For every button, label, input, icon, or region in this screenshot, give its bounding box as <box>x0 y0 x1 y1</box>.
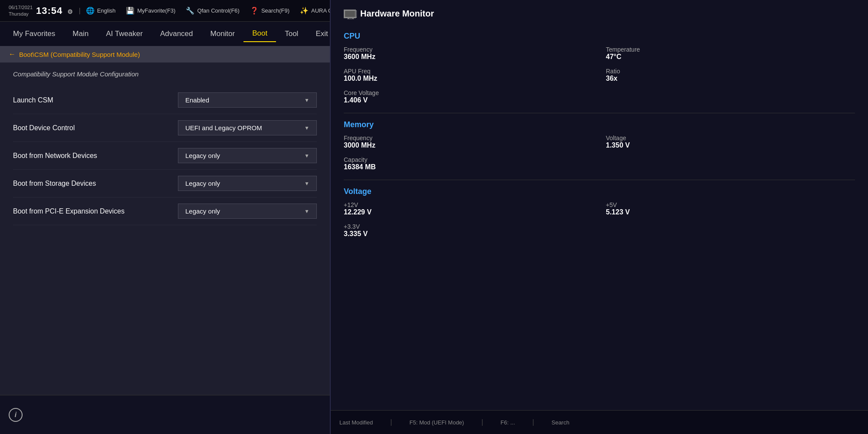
boot-storage-dropdown[interactable]: Legacy only ▼ <box>178 176 317 191</box>
top-bar-items: 🌐 English 💾 MyFavorite(F3) 🔧 Qfan Contro… <box>86 7 360 15</box>
boot-pcie-dropdown-arrow-icon: ▼ <box>304 208 309 214</box>
status-search: Search <box>552 419 569 426</box>
launch-csm-label: Launch CSM <box>13 96 53 104</box>
search-icon: ❓ <box>250 7 259 15</box>
launch-csm-dropdown[interactable]: Enabled ▼ <box>178 92 317 108</box>
hw-cpu-ratio-value: 36x <box>606 75 855 82</box>
boot-pcie-value: Legacy only <box>185 207 220 215</box>
qfan-control-button[interactable]: 🔧 Qfan Control(F6) <box>186 7 240 15</box>
boot-network-dropdown-arrow-icon: ▼ <box>304 153 309 159</box>
status-search-text: Search <box>552 419 569 426</box>
status-f5-text: F5: Mod (UEFI Mode) <box>409 419 464 426</box>
hw-voltage-12v-label: +12V <box>344 201 593 208</box>
day-text: Thursday <box>9 11 29 16</box>
qfan-label: Qfan Control(F6) <box>197 7 240 14</box>
hw-memory-section: Memory Frequency 3000 MHz Voltage 1.350 … <box>344 120 855 171</box>
bottom-info-bar: i <box>0 395 330 434</box>
hardware-monitor-panel: Hardware Monitor CPU Frequency 3600 MHz … <box>330 0 868 434</box>
info-icon: i <box>9 408 23 422</box>
hw-cpu-ratio-label: Ratio <box>606 68 855 75</box>
hw-voltage-33v-value: 3.335 V <box>344 230 593 238</box>
hw-memory-grid: Frequency 3000 MHz Voltage 1.350 V <box>344 135 855 153</box>
monitor-icon <box>344 10 356 18</box>
hw-memory-title: Memory <box>344 120 855 129</box>
hw-cpu-apu-freq-label: APU Freq <box>344 68 593 75</box>
bottom-status-bar: Last Modified | F5: Mod (UEFI Mode) | F6… <box>331 410 868 434</box>
hw-memory-voltage-label: Voltage <box>606 135 855 141</box>
nav-monitor[interactable]: Monitor <box>202 26 244 42</box>
hw-cpu-core-voltage-value: 1.406 V <box>344 96 855 104</box>
nav-main[interactable]: Main <box>64 26 97 42</box>
aura-icon: ✨ <box>300 7 309 15</box>
hw-divider-1 <box>344 113 855 113</box>
hw-memory-frequency-label: Frequency <box>344 135 593 141</box>
boot-storage-dropdown-arrow-icon: ▼ <box>304 181 309 187</box>
status-last-modified-text: Last Modified <box>339 419 373 426</box>
boot-pcie-label: Boot from PCI-E Expansion Devices <box>13 207 125 215</box>
hw-voltage-5v: +5V 5.123 V <box>606 201 855 216</box>
qfan-icon: 🔧 <box>186 7 194 15</box>
hw-cpu-frequency-label: Frequency <box>344 46 593 53</box>
hw-cpu-apu-freq: APU Freq 100.0 MHz <box>344 68 593 82</box>
hw-voltage-12v-value: 12.229 V <box>344 208 593 216</box>
breadcrumb-arrow-icon: ← <box>9 50 16 58</box>
section-title: Compatibility Support Module Configurati… <box>0 62 330 82</box>
hw-cpu-core-voltage-label: Core Voltage <box>344 89 855 96</box>
hw-voltage-grid: +12V 12.229 V +5V 5.123 V +3.3V 3.335 V <box>344 201 855 241</box>
status-f5-mode: F5: Mod (UEFI Mode) <box>409 419 464 426</box>
hw-memory-capacity-label: Capacity <box>344 156 855 163</box>
breadcrumb[interactable]: ← Boot\CSM (Compatibility Support Module… <box>0 46 330 62</box>
nav-advanced[interactable]: Advanced <box>151 26 202 42</box>
language-label: English <box>97 7 116 14</box>
hw-voltage-33v: +3.3V 3.335 V <box>344 223 593 238</box>
hw-memory-voltage-value: 1.350 V <box>606 141 855 149</box>
time-text: 13:54 <box>36 5 62 16</box>
hw-monitor-title-text: Hardware Monitor <box>360 9 434 19</box>
hw-cpu-temperature-label: Temperature <box>606 46 855 53</box>
status-last-modified: Last Modified <box>339 419 373 426</box>
date-text: 06/17/2021 <box>9 5 33 10</box>
hw-cpu-title: CPU <box>344 32 855 41</box>
boot-device-control-label: Boot Device Control <box>13 124 75 132</box>
boot-pcie-dropdown[interactable]: Legacy only ▼ <box>178 204 317 219</box>
favorite-icon: 💾 <box>126 7 135 15</box>
hw-memory-voltage: Voltage 1.350 V <box>606 135 855 149</box>
hw-cpu-section: CPU Frequency 3600 MHz Temperature 47°C … <box>344 32 855 104</box>
time-display: 13:54 ⚙ <box>36 5 73 16</box>
search-label: Search(F9) <box>261 7 289 14</box>
nav-boot[interactable]: Boot <box>243 26 276 42</box>
settings-gear-icon[interactable]: ⚙ <box>67 8 73 15</box>
boot-network-dropdown[interactable]: Legacy only ▼ <box>178 148 317 163</box>
hw-cpu-apu-freq-value: 100.0 MHz <box>344 75 593 82</box>
status-f6-text: F6: ... <box>500 419 515 426</box>
hw-memory-frequency-value: 3000 MHz <box>344 141 593 149</box>
setting-row-boot-storage: Boot from Storage Devices Legacy only ▼ <box>13 170 317 197</box>
setting-row-boot-pcie: Boot from PCI-E Expansion Devices Legacy… <box>13 197 317 225</box>
boot-device-control-value: UEFI and Legacy OPROM <box>185 124 262 132</box>
hw-voltage-title: Voltage <box>344 187 855 196</box>
boot-device-control-dropdown[interactable]: UEFI and Legacy OPROM ▼ <box>178 120 317 135</box>
favorite-label: MyFavorite(F3) <box>137 7 175 14</box>
date-display: 06/17/2021 Thursday <box>9 4 33 17</box>
launch-csm-dropdown-arrow-icon: ▼ <box>304 97 309 103</box>
nav-bar: My Favorites Main AI Tweaker Advanced Mo… <box>0 22 330 46</box>
status-f6: F6: ... <box>500 419 515 426</box>
my-favorite-button[interactable]: 💾 MyFavorite(F3) <box>126 7 175 15</box>
datetime-display: 06/17/2021 Thursday 13:54 ⚙ <box>9 4 73 17</box>
hw-cpu-frequency-value: 3600 MHz <box>344 53 593 61</box>
boot-device-control-dropdown-arrow-icon: ▼ <box>304 125 309 131</box>
setting-row-boot-network: Boot from Network Devices Legacy only ▼ <box>13 142 317 170</box>
nav-ai-tweaker[interactable]: AI Tweaker <box>97 26 151 42</box>
setting-row-boot-device-control: Boot Device Control UEFI and Legacy OPRO… <box>13 114 317 142</box>
nav-my-favorites[interactable]: My Favorites <box>4 26 64 42</box>
hw-voltage-33v-label: +3.3V <box>344 223 593 230</box>
svg-rect-0 <box>345 10 357 17</box>
hw-voltage-5v-value: 5.123 V <box>606 208 855 216</box>
settings-container: Launch CSM Enabled ▼ Boot Device Control… <box>0 82 330 230</box>
boot-network-value: Legacy only <box>185 152 220 159</box>
search-button[interactable]: ❓ Search(F9) <box>250 7 289 15</box>
breadcrumb-text: Boot\CSM (Compatibility Support Module) <box>19 51 140 58</box>
launch-csm-value: Enabled <box>185 96 209 104</box>
language-button[interactable]: 🌐 English <box>86 7 116 15</box>
nav-tool[interactable]: Tool <box>276 26 307 42</box>
